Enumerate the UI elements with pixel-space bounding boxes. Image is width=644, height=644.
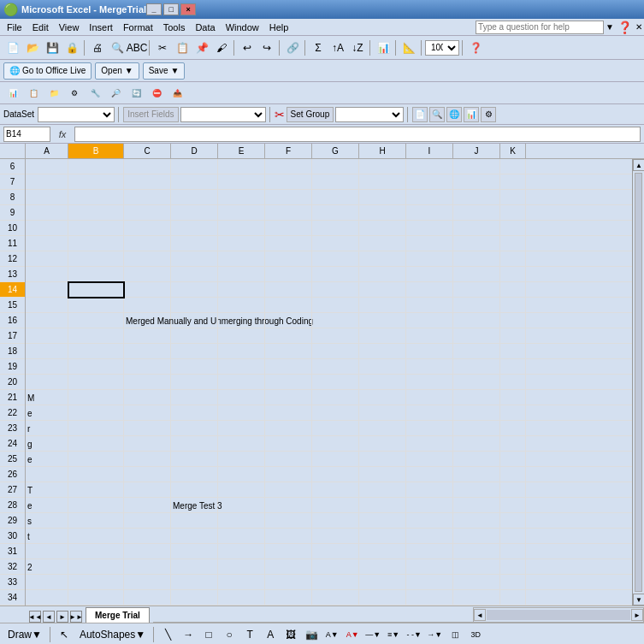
cell-I12[interactable] — [406, 251, 453, 267]
cell-G17[interactable] — [312, 328, 359, 344]
cell-D11[interactable] — [171, 236, 218, 251]
cell-D8[interactable] — [171, 190, 218, 205]
cell-G31[interactable] — [312, 544, 359, 559]
sort-asc-btn[interactable]: ↑A — [328, 38, 347, 57]
cell-C17[interactable] — [124, 328, 171, 344]
cell-F25[interactable] — [265, 452, 312, 467]
cell-F6[interactable] — [265, 159, 312, 174]
cell-E34[interactable] — [218, 590, 265, 606]
cell-K28[interactable] — [500, 498, 526, 513]
line-btn[interactable]: ╲ — [158, 625, 177, 644]
cell-A20[interactable] — [26, 375, 68, 390]
cell-J16[interactable] — [453, 313, 500, 328]
cell-D31[interactable] — [171, 544, 218, 559]
cell-A24[interactable]: g — [26, 436, 68, 452]
cell-I20[interactable] — [406, 375, 453, 390]
menu-edit[interactable]: Edit — [27, 21, 54, 34]
cell-D17[interactable] — [171, 328, 218, 344]
row-num-27[interactable]: 27 — [0, 482, 25, 498]
cell-I33[interactable] — [406, 575, 453, 590]
cell-D18[interactable] — [171, 344, 218, 359]
cell-D22[interactable] — [171, 405, 218, 421]
cell-I11[interactable] — [406, 236, 453, 251]
spell-btn[interactable]: ABC — [127, 38, 146, 57]
cell-G29[interactable] — [312, 513, 359, 529]
cell-K30[interactable] — [500, 529, 526, 544]
cell-C30[interactable] — [124, 529, 171, 544]
cell-B10[interactable] — [68, 221, 124, 236]
cell-F27[interactable] — [265, 482, 312, 498]
cell-B15[interactable] — [68, 298, 124, 313]
cell-D6[interactable] — [171, 159, 218, 174]
cell-C8[interactable] — [124, 190, 171, 205]
cell-F15[interactable] — [265, 298, 312, 313]
cell-B25[interactable] — [68, 452, 124, 467]
maximize-button[interactable]: □ — [163, 3, 179, 15]
cell-C28[interactable] — [124, 498, 171, 513]
sort-desc-btn[interactable]: ↓Z — [348, 38, 367, 57]
dt-icon1[interactable]: 📄 — [412, 107, 428, 122]
format-painter-btn[interactable]: 🖌 — [212, 38, 231, 57]
col-header-b[interactable]: B — [68, 144, 124, 158]
cell-A26[interactable] — [26, 467, 68, 482]
cell-D14[interactable] — [171, 282, 218, 298]
open-btn[interactable]: Open ▼ — [95, 62, 139, 80]
chart-btn[interactable]: 📊 — [374, 38, 393, 57]
cell-A17[interactable] — [26, 328, 68, 344]
cell-H11[interactable] — [359, 236, 406, 251]
cell-E16[interactable] — [218, 313, 265, 328]
cell-E11[interactable] — [218, 236, 265, 251]
cell-C34[interactable] — [124, 590, 171, 606]
cell-H15[interactable] — [359, 298, 406, 313]
cell-A14[interactable] — [26, 282, 68, 298]
row-num-21[interactable]: 21 — [0, 390, 25, 405]
row-num-28[interactable]: 28 — [0, 498, 25, 513]
cell-I6[interactable] — [406, 159, 453, 174]
cell-K18[interactable] — [500, 344, 526, 359]
cell-A9[interactable] — [26, 205, 68, 221]
col-header-d[interactable]: D — [171, 144, 218, 158]
arrow-btn[interactable]: → — [179, 625, 198, 644]
cell-H7[interactable] — [359, 174, 406, 190]
row-num-24[interactable]: 24 — [0, 436, 25, 452]
undo-btn[interactable]: ↩ — [238, 38, 257, 57]
cell-F22[interactable] — [265, 405, 312, 421]
cell-I28[interactable] — [406, 498, 453, 513]
row-num-32[interactable]: 32 — [0, 559, 25, 575]
fmt-btn5[interactable]: 🔧 — [86, 84, 104, 103]
cell-K12[interactable] — [500, 251, 526, 267]
cell-H19[interactable] — [359, 359, 406, 375]
dt-icon3[interactable]: 🌐 — [446, 107, 462, 122]
insert-fields-btn[interactable]: Insert Fields — [123, 107, 178, 122]
cell-K20[interactable] — [500, 375, 526, 390]
cell-E19[interactable] — [218, 359, 265, 375]
cell-D10[interactable] — [171, 221, 218, 236]
cell-C19[interactable] — [124, 359, 171, 375]
cell-K19[interactable] — [500, 359, 526, 375]
cell-F21[interactable] — [265, 390, 312, 405]
cell-J25[interactable] — [453, 452, 500, 467]
cell-D21[interactable] — [171, 390, 218, 405]
cell-G23[interactable] — [312, 421, 359, 436]
cell-D28[interactable]: Merge Test 3 — [171, 498, 218, 513]
cell-E23[interactable] — [218, 421, 265, 436]
cell-D34[interactable] — [171, 590, 218, 606]
cell-J19[interactable] — [453, 359, 500, 375]
cell-F17[interactable] — [265, 328, 312, 344]
row-num-6[interactable]: 6 — [0, 159, 25, 174]
cell-K10[interactable] — [500, 221, 526, 236]
cell-E25[interactable] — [218, 452, 265, 467]
cell-J15[interactable] — [453, 298, 500, 313]
cell-B32[interactable] — [68, 559, 124, 575]
cell-D9[interactable] — [171, 205, 218, 221]
cell-I16[interactable] — [406, 313, 453, 328]
cell-F31[interactable] — [265, 544, 312, 559]
cell-A33[interactable] — [26, 575, 68, 590]
cell-E15[interactable] — [218, 298, 265, 313]
row-num-14[interactable]: 14 — [0, 282, 25, 298]
cell-H31[interactable] — [359, 544, 406, 559]
cell-A31[interactable] — [26, 544, 68, 559]
cell-E10[interactable] — [218, 221, 265, 236]
cell-B14[interactable] — [68, 282, 124, 298]
cell-B34[interactable] — [68, 590, 124, 606]
